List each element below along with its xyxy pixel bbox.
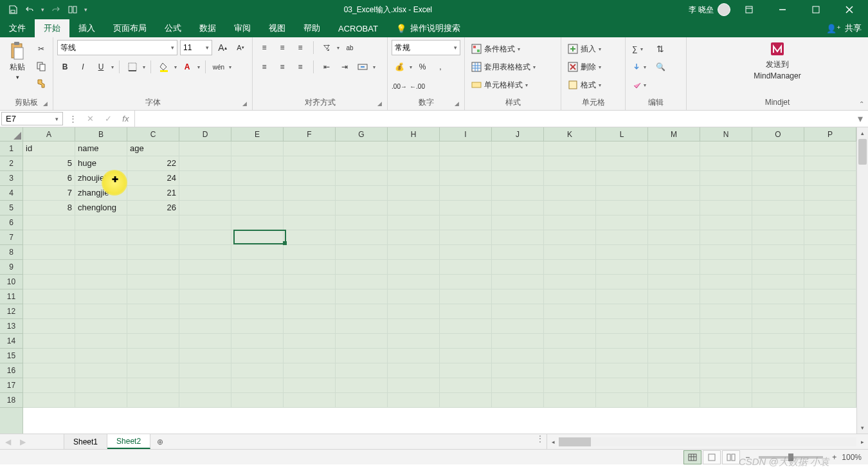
cell[interactable]: zhangjie [75,186,127,201]
cell[interactable] [284,186,336,201]
cell[interactable] [648,230,700,245]
cell[interactable] [440,142,492,156]
cell[interactable] [492,260,544,275]
cell[interactable] [752,215,804,230]
cell[interactable] [23,304,75,319]
cell[interactable] [752,319,804,334]
cell[interactable] [75,245,127,260]
cell[interactable] [700,363,752,378]
cell[interactable] [388,319,440,334]
row-header-1[interactable]: 1 [0,142,23,156]
cell[interactable] [179,201,231,215]
cell[interactable] [388,230,440,245]
border-icon[interactable] [125,59,140,75]
bold-button[interactable]: B [57,59,73,75]
align-bottom-icon[interactable]: ≡ [293,40,308,55]
cell[interactable] [336,142,388,156]
minimize-button[interactable] [768,0,797,19]
cell[interactable] [75,393,127,408]
cell[interactable] [388,304,440,319]
cell[interactable] [752,201,804,215]
cell[interactable] [804,245,856,260]
row-header-17[interactable]: 17 [0,378,23,393]
cell[interactable] [596,363,648,378]
cell[interactable] [127,304,179,319]
cell[interactable] [336,201,388,215]
cell[interactable] [804,215,856,230]
sheet-tab-Sheet1[interactable]: Sheet1 [64,434,107,449]
cell[interactable] [388,215,440,230]
cell[interactable] [596,260,648,275]
cell[interactable] [596,230,648,245]
cell[interactable] [804,201,856,215]
cell[interactable] [544,201,596,215]
cell[interactable] [440,349,492,363]
cell[interactable] [23,363,75,378]
cell[interactable] [284,245,336,260]
cell[interactable] [75,275,127,289]
cell[interactable] [492,142,544,156]
col-header-C[interactable]: C [127,127,179,141]
cell[interactable] [75,349,127,363]
col-header-M[interactable]: M [648,127,700,141]
cell[interactable] [231,275,284,289]
cell[interactable] [23,334,75,349]
expand-namebox-icon[interactable]: ⋮ [64,111,82,127]
cell[interactable] [492,319,544,334]
cell[interactable] [596,245,648,260]
tab-页面布局[interactable]: 页面布局 [104,19,156,37]
cell[interactable] [336,393,388,408]
cell[interactable] [700,289,752,304]
vertical-scrollbar[interactable]: ▴ ▾ [856,127,868,434]
cell[interactable] [804,393,856,408]
cell[interactable] [492,156,544,171]
cell[interactable] [544,334,596,349]
cell[interactable] [179,156,231,171]
cell[interactable] [544,304,596,319]
cell[interactable] [440,334,492,349]
cell[interactable] [544,363,596,378]
user-avatar[interactable] [718,3,730,16]
send-to-mindmanager-button[interactable]: 发送到 MindManager [748,40,806,80]
cell[interactable] [388,201,440,215]
cell[interactable] [336,156,388,171]
dialog-launcher-icon[interactable]: ◢ [455,98,459,109]
dialog-launcher-icon[interactable]: ◢ [43,98,48,109]
cell[interactable] [596,349,648,363]
cell[interactable] [440,201,492,215]
cell[interactable] [388,171,440,186]
cell[interactable] [648,245,700,260]
align-center-icon[interactable]: ≡ [275,59,290,75]
cell[interactable] [336,289,388,304]
cell[interactable]: age [127,142,179,156]
cell[interactable] [752,260,804,275]
cell[interactable] [596,215,648,230]
col-header-D[interactable]: D [179,127,231,141]
cell[interactable] [388,260,440,275]
cell[interactable] [700,393,752,408]
cell[interactable] [492,245,544,260]
cell[interactable] [388,393,440,408]
cell[interactable] [127,275,179,289]
cell[interactable] [544,245,596,260]
cell[interactable] [648,171,700,186]
merge-icon[interactable] [355,59,370,75]
font-color-icon[interactable]: A [179,59,195,75]
cell[interactable] [388,378,440,393]
cell[interactable]: 26 [127,201,179,215]
cell[interactable] [23,215,75,230]
cell[interactable] [231,363,284,378]
cell[interactable] [336,275,388,289]
cell[interactable] [804,363,856,378]
autosum-button[interactable]: ∑▾ [629,41,649,57]
cell[interactable] [596,201,648,215]
copy-icon[interactable] [33,59,49,74]
font-name-combo[interactable]: 等线▾ [57,40,177,55]
cell[interactable] [179,260,231,275]
cell[interactable] [231,393,284,408]
cell[interactable] [231,304,284,319]
cell[interactable] [804,186,856,201]
tab-数据[interactable]: 数据 [190,19,225,37]
cell[interactable] [544,275,596,289]
cell[interactable] [544,156,596,171]
